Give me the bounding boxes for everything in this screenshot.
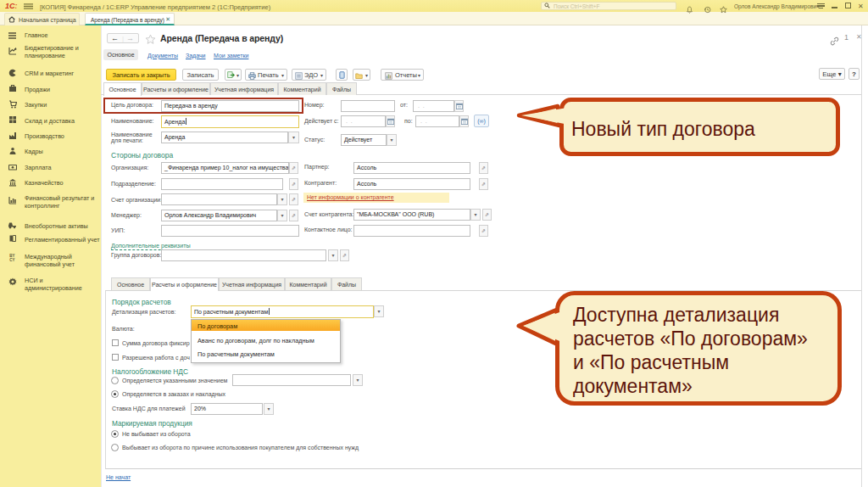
svg-text:расчетов «По договорам»: расчетов «По договорам» bbox=[573, 327, 808, 350]
svg-text:и «По расчетным: и «По расчетным bbox=[573, 351, 729, 373]
svg-text:Новый тип договора: Новый тип договора bbox=[571, 118, 755, 140]
svg-text:Доступна детализация: Доступна детализация bbox=[573, 304, 779, 326]
svg-text:документам»: документам» bbox=[573, 375, 693, 397]
